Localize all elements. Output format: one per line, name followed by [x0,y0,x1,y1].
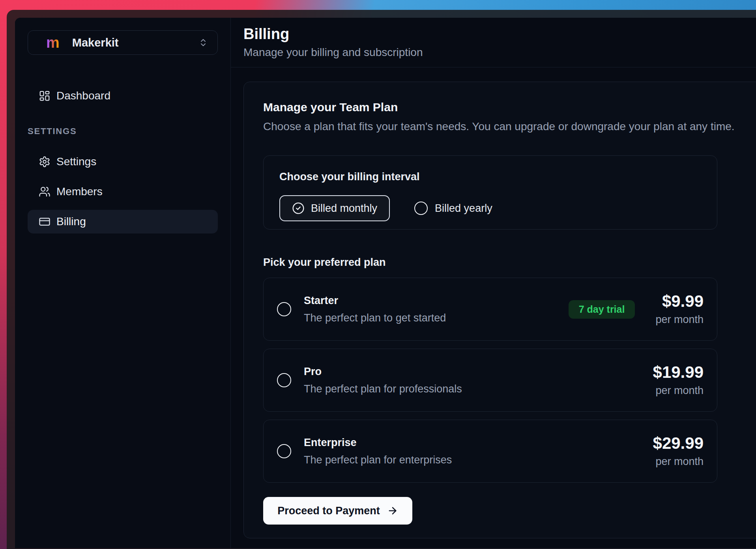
plan-period: per month [653,384,704,397]
radio-icon[interactable] [277,302,291,316]
plan-period: per month [653,455,704,468]
plan-option-enterprise[interactable]: Enterprise The perfect plan for enterpri… [263,420,717,483]
plan-name: Pro [304,365,640,378]
plan-price: $29.99 [653,434,704,452]
radio-icon[interactable] [277,373,291,387]
plan-info: Pro The perfect plan for professionals [304,365,640,396]
gear-icon [39,156,51,168]
check-circle-icon [292,202,305,215]
dashboard-icon [39,90,51,102]
card-description: Choose a plan that fits your team's need… [263,119,756,134]
trial-badge: 7 day trial [569,300,635,319]
plan-pricing: $19.99 per month [653,363,704,397]
sidebar-item-label: Billing [56,215,86,228]
card-title: Manage your Team Plan [263,100,756,114]
radio-icon[interactable] [414,202,428,215]
settings-nav: Settings Members Billing [28,150,218,233]
billing-interval-group: Choose your billing interval Billed mont… [263,155,717,230]
sidebar: m Makerkit Dashboard SETTINGS Settings [15,18,231,548]
sidebar-item-dashboard[interactable]: Dashboard [28,84,218,108]
billing-interval-options: Billed monthly Billed yearly [279,195,701,221]
proceed-to-payment-label: Proceed to Payment [277,505,380,517]
plan-price: $9.99 [655,292,704,310]
billed-monthly-label: Billed monthly [311,202,377,215]
plan-option-starter[interactable]: Starter The perfect plan to get started … [263,278,717,341]
arrow-right-icon [387,505,398,516]
pick-plan-label: Pick your preferred plan [263,255,756,270]
sidebar-item-members[interactable]: Members [28,180,218,204]
app-window: m Makerkit Dashboard SETTINGS Settings [7,10,756,549]
makerkit-logo-icon: m [46,35,60,50]
price-column: $9.99 per month [655,292,704,326]
plan-pricing: 7 day trial $9.99 per month [569,292,704,326]
page-content: Manage your Team Plan Choose a plan that… [231,67,756,538]
billed-yearly-label: Billed yearly [435,202,492,215]
price-column: $19.99 per month [653,363,704,397]
sidebar-section-label: SETTINGS [28,126,218,136]
proceed-to-payment-button[interactable]: Proceed to Payment [263,497,412,525]
plan-name: Enterprise [304,436,640,449]
plan-name: Starter [304,294,556,307]
workspace-selector[interactable]: m Makerkit [28,30,218,55]
sidebar-item-label: Members [56,185,103,198]
plan-description: The perfect plan for enterprises [304,453,640,467]
app-content: m Makerkit Dashboard SETTINGS Settings [15,18,756,548]
users-icon [39,186,51,198]
radio-icon[interactable] [277,444,291,458]
billed-yearly-option[interactable]: Billed yearly [414,202,492,215]
page-title: Billing [243,24,756,44]
primary-nav: Dashboard [28,84,218,108]
plan-description: The perfect plan for professionals [304,382,640,396]
sidebar-item-label: Settings [56,155,96,168]
workspace-name: Makerkit [72,36,119,49]
plan-info: Starter The perfect plan to get started [304,294,556,325]
sidebar-item-billing[interactable]: Billing [28,210,218,233]
page-subtitle: Manage your billing and subscription [243,45,756,60]
price-column: $29.99 per month [653,434,704,468]
billed-monthly-option[interactable]: Billed monthly [279,195,390,221]
main-area: Billing Manage your billing and subscrip… [231,18,756,548]
team-plan-card: Manage your Team Plan Choose a plan that… [243,82,756,538]
plan-option-pro[interactable]: Pro The perfect plan for professionals $… [263,349,717,412]
plan-period: per month [655,313,704,326]
desktop-wallpaper: { "workspace": { "logo_letter": "m", "na… [0,0,756,549]
billing-interval-label: Choose your billing interval [279,170,701,183]
page-header: Billing Manage your billing and subscrip… [231,18,756,67]
plan-price: $19.99 [653,363,704,381]
credit-card-icon [39,216,51,228]
sidebar-item-settings[interactable]: Settings [28,150,218,174]
plan-info: Enterprise The perfect plan for enterpri… [304,436,640,467]
chevron-up-down-icon [198,38,208,47]
sidebar-item-label: Dashboard [56,90,110,102]
plan-pricing: $29.99 per month [653,434,704,468]
plan-description: The perfect plan to get started [304,311,556,325]
